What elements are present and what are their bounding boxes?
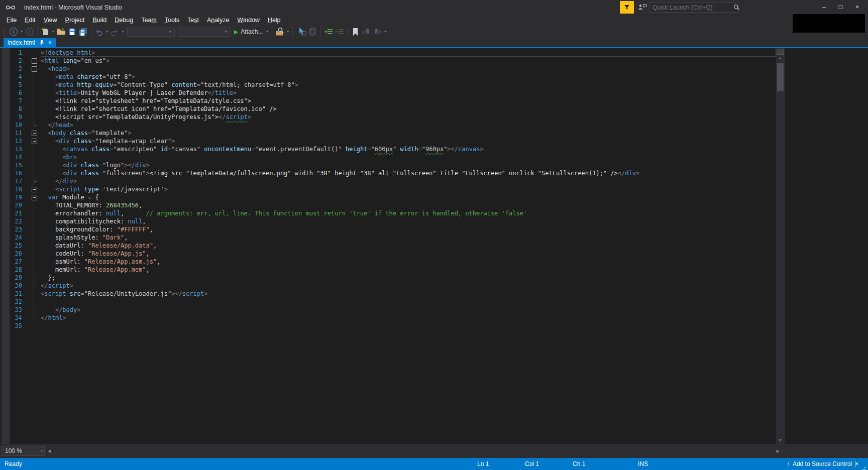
menu-analyze[interactable]: Analyze: [203, 16, 233, 25]
code-line-text[interactable]: <head>: [41, 65, 776, 73]
code-line[interactable]: 28 memUrl: "Release/App.mem",: [0, 266, 776, 274]
code-line[interactable]: 9 <!script src="TemplateData/UnityProgre…: [0, 113, 776, 121]
tab-close-icon[interactable]: ×: [48, 39, 52, 46]
code-line-text[interactable]: backgroundColor: "#FFFFFF",: [41, 225, 776, 233]
menu-team[interactable]: Team: [137, 16, 161, 25]
maximize-button[interactable]: □: [832, 0, 849, 14]
code-line[interactable]: 31<script src="Release/UnityLoader.js"><…: [0, 290, 776, 298]
scroll-down-arrow-icon[interactable]: ▼: [776, 437, 785, 443]
code-line[interactable]: 4 <meta charset="utf-8">: [0, 73, 776, 81]
menu-test[interactable]: Test: [183, 16, 203, 25]
save-all-button[interactable]: [78, 26, 88, 37]
redo-dropdown-caret[interactable]: ▼: [122, 30, 125, 33]
menu-file[interactable]: File: [3, 16, 21, 25]
code-line-text[interactable]: <meta charset="utf-8">: [41, 73, 776, 81]
code-line-text[interactable]: <title>Unity WebGL Player | Laser Defend…: [41, 89, 776, 97]
code-line-text[interactable]: <!link rel="shortcut icon" href="Templat…: [41, 105, 776, 113]
toolbar-overflow-caret[interactable]: ▼: [384, 30, 387, 33]
fold-collapse-box[interactable]: [23, 129, 41, 137]
code-line-text[interactable]: <br>: [41, 153, 776, 161]
new-file-dropdown-caret[interactable]: ▼: [52, 30, 55, 33]
resize-grip[interactable]: [864, 467, 865, 468]
code-line-text[interactable]: codeUrl: "Release/App.js",: [41, 250, 776, 258]
debug-target-combobox[interactable]: ▼: [127, 27, 175, 37]
code-line[interactable]: 20 TOTAL_MEMORY: 268435456,: [0, 201, 776, 209]
find-in-files-button[interactable]: [275, 26, 285, 37]
toolbar-grip[interactable]: [292, 27, 294, 36]
code-line-text[interactable]: </html>: [41, 314, 776, 322]
code-line-text[interactable]: memUrl: "Release/App.mem",: [41, 266, 776, 274]
code-line-text[interactable]: [41, 322, 776, 330]
code-line-text[interactable]: var Module = {: [41, 193, 776, 201]
code-line-text[interactable]: [41, 298, 776, 306]
menu-tools[interactable]: Tools: [161, 16, 183, 25]
code-line[interactable]: 30</script>: [0, 282, 776, 290]
code-line[interactable]: 2<html lang="en-us">: [0, 57, 776, 65]
fold-collapse-box[interactable]: [23, 193, 41, 201]
toggle-bookmark-button[interactable]: [350, 26, 360, 37]
save-button[interactable]: [67, 26, 77, 37]
back-dropdown-caret[interactable]: ▼: [20, 30, 23, 33]
code-line[interactable]: 25 dataUrl: "Release/App.data",: [0, 242, 776, 250]
code-line[interactable]: 22 compatibilitycheck: null,: [0, 217, 776, 225]
code-line-text[interactable]: <canvas class="emscripten" id="canvas" o…: [41, 145, 776, 153]
quick-launch-input[interactable]: [649, 4, 733, 11]
code-line-text[interactable]: <body class="template">: [41, 129, 776, 137]
decrease-indent-button[interactable]: [323, 26, 334, 37]
add-item-button[interactable]: [56, 26, 66, 37]
find-dropdown-caret[interactable]: ▼: [286, 30, 289, 33]
code-text-area[interactable]: 1<!doctype html>2<html lang="en-us">3 <h…: [0, 49, 776, 330]
feedback-button[interactable]: [637, 2, 648, 12]
menu-help[interactable]: Help: [264, 16, 285, 25]
fold-collapse-box[interactable]: [23, 57, 41, 65]
pin-icon[interactable]: [39, 40, 44, 46]
scroll-left-arrow-icon[interactable]: ◀: [48, 449, 51, 453]
search-icon[interactable]: [733, 4, 740, 11]
code-line[interactable]: 8 <!link rel="shortcut icon" href="Templ…: [0, 105, 776, 113]
solution-configurations-combobox[interactable]: ▼: [178, 27, 231, 37]
code-line-text[interactable]: </div>: [41, 177, 776, 185]
add-to-source-control-button[interactable]: ↑ Add to Source Control ▲: [787, 460, 855, 467]
code-line[interactable]: 3 <head>: [0, 65, 776, 73]
code-line-text[interactable]: <div class="template-wrap clear">: [41, 137, 776, 145]
code-line[interactable]: 35: [0, 322, 776, 330]
code-line[interactable]: 15 <div class="logo"></div>: [0, 161, 776, 169]
code-line-text[interactable]: <!script src="TemplateData/UnityProgress…: [41, 113, 776, 121]
fold-collapse-box[interactable]: [23, 65, 41, 73]
previous-bookmark-button[interactable]: [361, 26, 371, 37]
code-line[interactable]: 1<!doctype html>: [0, 49, 776, 57]
toolbar-grip[interactable]: [4, 27, 6, 36]
code-line[interactable]: 24 splashStyle: "Dark",: [0, 233, 776, 242]
navigate-forward-button[interactable]: [25, 26, 35, 37]
copy-parent-button[interactable]: [308, 26, 318, 37]
code-line[interactable]: 12 <div class="template-wrap clear">: [0, 137, 776, 145]
code-line-text[interactable]: asmUrl: "Release/App.asm.js",: [41, 258, 776, 266]
code-line[interactable]: 27 asmUrl: "Release/App.asm.js",: [0, 258, 776, 266]
code-line-text[interactable]: </script>: [41, 282, 776, 290]
code-line[interactable]: 23 backgroundColor: "#FFFFFF",: [0, 225, 776, 233]
menu-build[interactable]: Build: [89, 16, 111, 25]
zoom-dropdown-caret[interactable]: ▼: [40, 449, 43, 452]
attach-button[interactable]: ▶ Attach...: [234, 28, 263, 35]
menu-view[interactable]: View: [40, 16, 61, 25]
code-line[interactable]: 6 <title>Unity WebGL Player | Laser Defe…: [0, 89, 776, 97]
fold-collapse-box[interactable]: [23, 137, 41, 145]
code-line[interactable]: 14 <br>: [0, 153, 776, 161]
code-line-text[interactable]: <script type='text/javascript'>: [41, 185, 776, 193]
horizontal-scrollbar[interactable]: [54, 447, 868, 455]
code-editor[interactable]: 1<!doctype html>2<html lang="en-us">3 <h…: [0, 48, 868, 444]
code-line[interactable]: 33 </body>: [0, 306, 776, 314]
menu-project[interactable]: Project: [61, 16, 89, 25]
code-line-text[interactable]: <script src="Release/UnityLoader.js"></s…: [41, 290, 776, 298]
code-line-text[interactable]: <div class="fullscreen"><!img src="Templ…: [41, 169, 776, 177]
code-line[interactable]: 13 <canvas class="emscripten" id="canvas…: [0, 145, 776, 153]
code-line-text[interactable]: dataUrl: "Release/App.data",: [41, 242, 776, 250]
code-line[interactable]: 10 </head>: [0, 121, 776, 129]
zoom-level-combobox[interactable]: 100 % ▼: [2, 446, 45, 456]
navigate-backward-button[interactable]: [9, 26, 19, 37]
split-window-handle[interactable]: [777, 49, 784, 55]
undo-dropdown-caret[interactable]: ▼: [105, 30, 108, 33]
code-line[interactable]: 34</html>: [0, 314, 776, 322]
menu-window[interactable]: Window: [233, 16, 263, 25]
code-line-text[interactable]: <html lang="en-us">: [41, 57, 776, 65]
